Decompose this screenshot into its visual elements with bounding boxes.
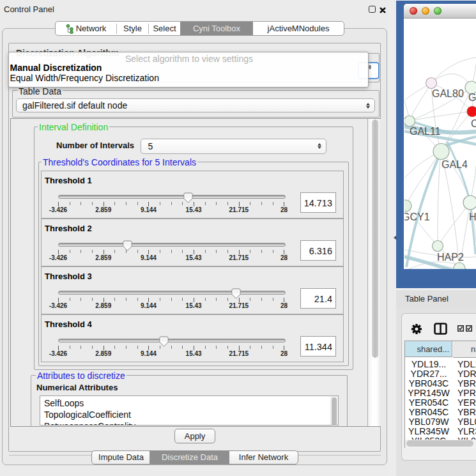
svg-text:GAL4: GAL4 xyxy=(441,159,468,170)
svg-text:GCY1: GCY1 xyxy=(404,211,430,222)
svg-text:HAP2: HAP2 xyxy=(437,252,464,263)
svg-text:C: C xyxy=(471,118,476,129)
svg-text:H: H xyxy=(469,211,476,222)
svg-text:GAL11: GAL11 xyxy=(410,126,441,137)
svg-text:GA: GA xyxy=(468,92,476,103)
svg-text:GAL80: GAL80 xyxy=(432,88,464,99)
